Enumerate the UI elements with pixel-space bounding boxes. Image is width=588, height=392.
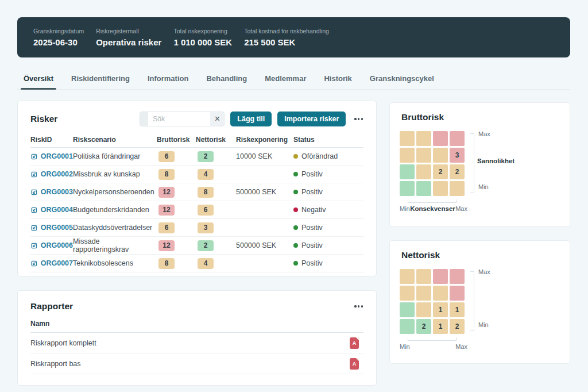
tab-information[interactable]: Information	[141, 68, 195, 89]
clear-search-icon[interactable]: ×	[210, 112, 224, 126]
matrix-cell	[433, 131, 448, 146]
tab-historik[interactable]: Historik	[318, 68, 358, 89]
open-risk-icon	[30, 171, 38, 178]
nettorisk-badge: 6	[198, 205, 214, 216]
axis-label-max: Max	[455, 205, 467, 212]
status-dot	[293, 154, 298, 159]
matrix-cell	[450, 269, 465, 284]
column-header: Status	[293, 136, 363, 144]
summary-item: Granskningsdatum2025-06-30	[33, 28, 84, 47]
risk-table: RiskIDRiskscenarioBruttoriskNettoriskRis…	[30, 132, 363, 272]
bruttorisk-badge: 6	[158, 222, 175, 233]
tab-riskidentifiering[interactable]: Riskidentifiering	[65, 68, 136, 89]
risk-id-link[interactable]: ORG0003	[30, 188, 73, 196]
report-file-icon[interactable]: A	[350, 337, 359, 349]
nettorisk-badge: 3	[198, 222, 214, 233]
summary-label: Total riskexponering	[173, 28, 232, 34]
matrix-cell	[400, 302, 415, 317]
status-cell: Positiv	[293, 188, 363, 196]
consequence-axis-bracket	[408, 337, 457, 341]
risk-id-link[interactable]: ORG0006	[30, 241, 73, 249]
risk-exposure: 10000 SEK	[236, 152, 293, 160]
consequence-axis-labels: Min Konsekvenser Max	[400, 205, 467, 212]
risk-id-link[interactable]: ORG0007	[30, 259, 73, 267]
risk-id-text: ORG0002	[41, 170, 73, 178]
matrix-cell	[450, 286, 465, 301]
risk-id-link[interactable]: ORG0005	[30, 224, 73, 232]
table-header-row: RiskIDRiskscenarioBruttoriskNettoriskRis…	[30, 132, 363, 148]
risk-id-link[interactable]: ORG0001	[30, 152, 73, 160]
reports-title: Rapporter	[30, 301, 73, 312]
status-label: Positiv	[301, 241, 323, 249]
risk-id-link[interactable]: ORG0004	[30, 206, 73, 214]
status-dot	[293, 207, 298, 212]
nettorisk-panel: Nettorisk 11212 Max Min Min Max	[389, 240, 570, 364]
column-header: Riskexponering	[236, 136, 293, 144]
reports-panel-header: Rapporter	[18, 291, 376, 315]
tab-granskningscykel[interactable]: Granskningscykel	[363, 68, 440, 89]
risk-scenario: Teknikobsolescens	[73, 259, 157, 267]
report-row[interactable]: Riskrapport basA	[30, 353, 363, 374]
summary-item: RiskregistermallOperativa risker	[96, 28, 161, 47]
risk-id-text: ORG0001	[41, 152, 73, 160]
reports-more-menu-icon[interactable]	[351, 302, 366, 310]
risk-id-text: ORG0003	[41, 188, 73, 196]
search-box[interactable]: ×	[140, 112, 225, 126]
risk-id-text: ORG0004	[41, 206, 73, 214]
status-cell: Oförändrad	[293, 152, 363, 160]
axis-label-min: Min	[400, 343, 410, 350]
matrix-cell	[433, 148, 448, 163]
axis-label-probability: Sannolikhet	[477, 157, 514, 164]
summary-value: 2025-06-30	[33, 37, 84, 47]
risks-panel: Risker × Lägg till Importera risker Risk…	[17, 101, 377, 276]
status-cell: Positiv	[293, 170, 363, 178]
tab-behandling[interactable]: Behandling	[200, 68, 253, 89]
matrix-cell: 2	[433, 164, 448, 179]
tab-medlemmar[interactable]: Medlemmar	[258, 68, 312, 89]
add-risk-button[interactable]: Lägg till	[230, 112, 272, 126]
matrix-cell: 1	[450, 302, 465, 317]
risk-exposure: 500000 SEK	[236, 188, 293, 196]
matrix-cell	[416, 302, 431, 317]
bruttorisk-title: Bruttorisk	[401, 112, 444, 122]
table-row: ORG0006Missade rapporteringskrav12250000…	[30, 237, 363, 255]
matrix-cell: 1	[433, 302, 448, 317]
nettorisk-badge: 4	[198, 169, 214, 180]
status-cell: Negativ	[293, 206, 363, 214]
summary-bar: Granskningsdatum2025-06-30Riskregisterma…	[17, 17, 570, 57]
report-row[interactable]: Riskrapport komplettA	[30, 333, 363, 353]
more-menu-icon[interactable]	[351, 115, 366, 122]
status-label: Negativ	[301, 206, 326, 214]
column-header: Nettorisk	[196, 136, 236, 144]
status-dot	[293, 243, 298, 248]
axis-label-min: Min	[478, 321, 489, 328]
status-label: Positiv	[301, 259, 323, 267]
matrix-cell	[433, 286, 448, 301]
report-name: Riskrapport bas	[30, 360, 81, 368]
column-header: Riskscenario	[73, 136, 157, 144]
risk-id-text: ORG0006	[41, 241, 73, 249]
report-file-icon[interactable]: A	[350, 358, 359, 370]
status-dot	[293, 225, 298, 230]
bruttorisk-panel: Bruttorisk 322 Max Sannolikhet Min Min K…	[389, 102, 570, 227]
status-cell: Positiv	[293, 224, 363, 232]
summary-value: Operativa risker	[96, 37, 161, 47]
status-dot	[293, 190, 298, 194]
search-input[interactable]	[148, 112, 210, 126]
status-dot	[293, 261, 298, 266]
reports-name-column-header: Namn	[30, 320, 363, 333]
risk-id-link[interactable]: ORG0002	[30, 170, 73, 178]
risk-scenario: Missbruk av kunskap	[73, 170, 157, 178]
nettorisk-badge: 2	[198, 240, 214, 251]
open-risk-icon	[30, 224, 38, 232]
tab-oversikt[interactable]: Översikt	[17, 68, 60, 89]
matrix-cell	[416, 286, 431, 301]
axis-label-max: Max	[455, 343, 467, 350]
status-label: Positiv	[301, 188, 323, 196]
risk-scenario: Budgetunderskridanden	[73, 206, 157, 214]
table-row: ORG0002Missbruk av kunskap84Positiv	[30, 166, 363, 183]
summary-label: Granskningsdatum	[33, 28, 84, 34]
import-risks-button[interactable]: Importera risker	[277, 112, 346, 126]
matrix-cell	[433, 181, 448, 196]
matrix-cell	[400, 286, 415, 301]
